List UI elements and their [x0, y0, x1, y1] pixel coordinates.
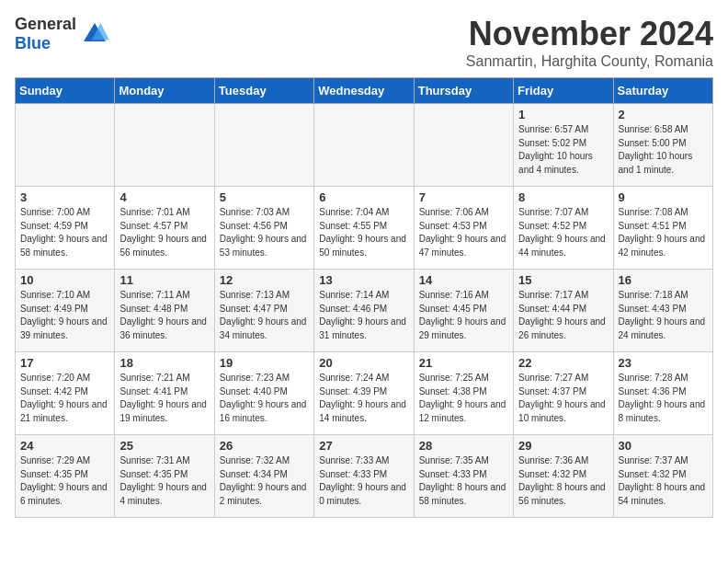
logo-text: General Blue: [15, 15, 76, 53]
day-number: 15: [518, 273, 608, 287]
day-number: 14: [419, 273, 508, 287]
calendar-cell: 9Sunrise: 7:08 AM Sunset: 4:51 PM Daylig…: [613, 187, 712, 270]
day-number: 8: [518, 190, 608, 204]
calendar-cell: [214, 104, 313, 187]
calendar-cell: 8Sunrise: 7:07 AM Sunset: 4:52 PM Daylig…: [514, 187, 613, 270]
day-number: 22: [518, 356, 608, 370]
calendar-table: SundayMondayTuesdayWednesdayThursdayFrid…: [15, 77, 713, 518]
day-info: Sunrise: 7:01 AM Sunset: 4:57 PM Dayligh…: [119, 206, 209, 259]
day-info: Sunrise: 7:17 AM Sunset: 4:44 PM Dayligh…: [518, 289, 608, 342]
calendar-cell: [414, 104, 513, 187]
calendar-cell: [16, 104, 115, 187]
day-number: 6: [319, 190, 408, 204]
calendar-cell: 14Sunrise: 7:16 AM Sunset: 4:45 PM Dayli…: [414, 270, 513, 352]
title-area: November 2024 Sanmartin, Harghita County…: [466, 15, 713, 70]
week-row-4: 17Sunrise: 7:20 AM Sunset: 4:42 PM Dayli…: [16, 352, 713, 435]
calendar-cell: 25Sunrise: 7:31 AM Sunset: 4:35 PM Dayli…: [115, 435, 214, 518]
day-info: Sunrise: 7:21 AM Sunset: 4:41 PM Dayligh…: [119, 372, 209, 425]
day-info: Sunrise: 7:16 AM Sunset: 4:45 PM Dayligh…: [419, 289, 508, 342]
calendar-cell: 24Sunrise: 7:29 AM Sunset: 4:35 PM Dayli…: [16, 435, 115, 518]
day-info: Sunrise: 7:20 AM Sunset: 4:42 PM Dayligh…: [20, 372, 109, 425]
logo-icon: [80, 19, 109, 49]
weekday-header-sunday: Sunday: [16, 78, 115, 104]
week-row-5: 24Sunrise: 7:29 AM Sunset: 4:35 PM Dayli…: [16, 435, 713, 518]
day-info: Sunrise: 7:18 AM Sunset: 4:43 PM Dayligh…: [619, 289, 708, 342]
week-row-1: 1Sunrise: 6:57 AM Sunset: 5:02 PM Daylig…: [16, 104, 713, 187]
day-info: Sunrise: 7:13 AM Sunset: 4:47 PM Dayligh…: [220, 289, 309, 342]
day-number: 19: [220, 356, 309, 370]
day-info: Sunrise: 6:58 AM Sunset: 5:00 PM Dayligh…: [619, 123, 708, 177]
calendar-cell: 22Sunrise: 7:27 AM Sunset: 4:37 PM Dayli…: [514, 352, 613, 435]
day-number: 24: [20, 439, 109, 453]
day-info: Sunrise: 7:10 AM Sunset: 4:49 PM Dayligh…: [20, 289, 109, 342]
calendar-cell: 1Sunrise: 6:57 AM Sunset: 5:02 PM Daylig…: [514, 104, 613, 187]
day-number: 23: [619, 356, 708, 370]
day-info: Sunrise: 7:31 AM Sunset: 4:35 PM Dayligh…: [119, 454, 209, 508]
weekday-header-row: SundayMondayTuesdayWednesdayThursdayFrid…: [16, 78, 713, 104]
logo: General Blue: [15, 15, 109, 53]
day-info: Sunrise: 7:14 AM Sunset: 4:46 PM Dayligh…: [319, 289, 408, 342]
month-title: November 2024: [466, 15, 713, 53]
day-number: 20: [319, 356, 408, 370]
calendar-cell: 30Sunrise: 7:37 AM Sunset: 4:32 PM Dayli…: [613, 435, 712, 518]
logo-blue: Blue: [15, 34, 51, 52]
day-info: Sunrise: 7:23 AM Sunset: 4:40 PM Dayligh…: [220, 372, 309, 425]
calendar-cell: 6Sunrise: 7:04 AM Sunset: 4:55 PM Daylig…: [314, 187, 414, 270]
day-number: 3: [20, 190, 109, 204]
day-number: 25: [119, 439, 209, 453]
day-info: Sunrise: 6:57 AM Sunset: 5:02 PM Dayligh…: [518, 123, 608, 177]
weekday-header-friday: Friday: [514, 78, 613, 104]
calendar-cell: 29Sunrise: 7:36 AM Sunset: 4:32 PM Dayli…: [514, 435, 613, 518]
day-info: Sunrise: 7:33 AM Sunset: 4:33 PM Dayligh…: [319, 454, 408, 508]
logo-general: General: [15, 15, 76, 33]
day-info: Sunrise: 7:29 AM Sunset: 4:35 PM Dayligh…: [20, 454, 109, 508]
day-info: Sunrise: 7:07 AM Sunset: 4:52 PM Dayligh…: [518, 206, 608, 259]
calendar-cell: [314, 104, 414, 187]
calendar-cell: 5Sunrise: 7:03 AM Sunset: 4:56 PM Daylig…: [214, 187, 313, 270]
day-info: Sunrise: 7:32 AM Sunset: 4:34 PM Dayligh…: [220, 454, 309, 508]
day-info: Sunrise: 7:25 AM Sunset: 4:38 PM Dayligh…: [419, 372, 508, 425]
calendar-cell: 15Sunrise: 7:17 AM Sunset: 4:44 PM Dayli…: [514, 270, 613, 352]
day-info: Sunrise: 7:11 AM Sunset: 4:48 PM Dayligh…: [119, 289, 209, 342]
day-info: Sunrise: 7:27 AM Sunset: 4:37 PM Dayligh…: [518, 372, 608, 425]
calendar-cell: [115, 104, 214, 187]
day-number: 13: [319, 273, 408, 287]
calendar-cell: 13Sunrise: 7:14 AM Sunset: 4:46 PM Dayli…: [314, 270, 414, 352]
header: General Blue November 2024 Sanmartin, Ha…: [15, 15, 713, 70]
calendar-cell: 17Sunrise: 7:20 AM Sunset: 4:42 PM Dayli…: [16, 352, 115, 435]
day-number: 10: [20, 273, 109, 287]
calendar-cell: 23Sunrise: 7:28 AM Sunset: 4:36 PM Dayli…: [613, 352, 712, 435]
day-number: 29: [518, 439, 608, 453]
calendar-cell: 10Sunrise: 7:10 AM Sunset: 4:49 PM Dayli…: [16, 270, 115, 352]
day-number: 4: [119, 190, 209, 204]
weekday-header-monday: Monday: [115, 78, 214, 104]
day-number: 27: [319, 439, 408, 453]
day-info: Sunrise: 7:06 AM Sunset: 4:53 PM Dayligh…: [419, 206, 508, 259]
day-number: 28: [419, 439, 508, 453]
calendar-cell: 7Sunrise: 7:06 AM Sunset: 4:53 PM Daylig…: [414, 187, 513, 270]
day-number: 30: [619, 439, 708, 453]
day-number: 17: [20, 356, 109, 370]
day-number: 7: [419, 190, 508, 204]
week-row-2: 3Sunrise: 7:00 AM Sunset: 4:59 PM Daylig…: [16, 187, 713, 270]
day-info: Sunrise: 7:00 AM Sunset: 4:59 PM Dayligh…: [20, 206, 109, 259]
day-info: Sunrise: 7:36 AM Sunset: 4:32 PM Dayligh…: [518, 454, 608, 508]
day-info: Sunrise: 7:03 AM Sunset: 4:56 PM Dayligh…: [220, 206, 309, 259]
day-number: 16: [619, 273, 708, 287]
day-info: Sunrise: 7:24 AM Sunset: 4:39 PM Dayligh…: [319, 372, 408, 425]
day-info: Sunrise: 7:35 AM Sunset: 4:33 PM Dayligh…: [419, 454, 508, 508]
calendar-cell: 27Sunrise: 7:33 AM Sunset: 4:33 PM Dayli…: [314, 435, 414, 518]
day-number: 11: [119, 273, 209, 287]
calendar-cell: 28Sunrise: 7:35 AM Sunset: 4:33 PM Dayli…: [414, 435, 513, 518]
weekday-header-wednesday: Wednesday: [314, 78, 414, 104]
location-title: Sanmartin, Harghita County, Romania: [466, 53, 713, 70]
weekday-header-thursday: Thursday: [414, 78, 513, 104]
calendar-cell: 12Sunrise: 7:13 AM Sunset: 4:47 PM Dayli…: [214, 270, 313, 352]
day-number: 26: [220, 439, 309, 453]
calendar-cell: 21Sunrise: 7:25 AM Sunset: 4:38 PM Dayli…: [414, 352, 513, 435]
day-number: 12: [220, 273, 309, 287]
day-info: Sunrise: 7:37 AM Sunset: 4:32 PM Dayligh…: [619, 454, 708, 508]
day-number: 5: [220, 190, 309, 204]
weekday-header-tuesday: Tuesday: [214, 78, 313, 104]
calendar-cell: 4Sunrise: 7:01 AM Sunset: 4:57 PM Daylig…: [115, 187, 214, 270]
